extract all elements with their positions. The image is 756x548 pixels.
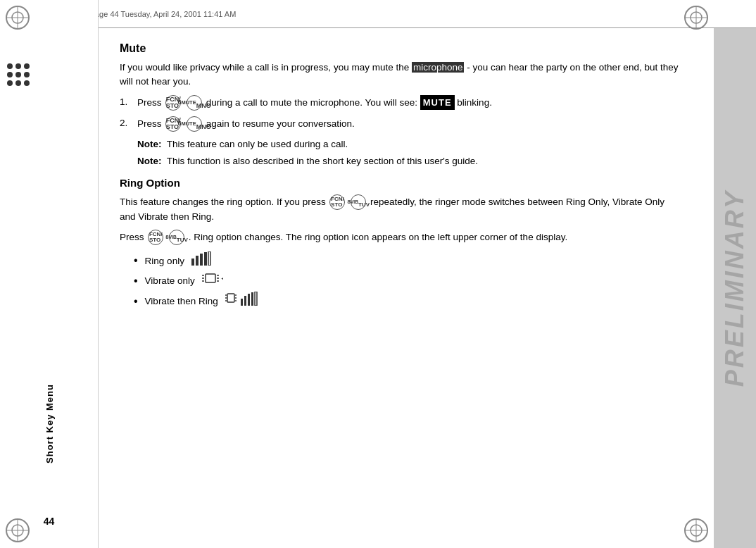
vib-tuv-button-1: 8VIBTUV — [351, 194, 366, 210]
bullet-vibrate-then-ring-label: Vibrate then Ring — [145, 293, 218, 310]
ring-option-title: Ring Option — [120, 177, 679, 189]
corner-decoration-bl — [4, 516, 32, 544]
step1-number: 1. — [120, 95, 137, 109]
corner-decoration-br — [682, 516, 710, 544]
step2-press: Press — [137, 118, 162, 128]
svg-rect-29 — [227, 294, 234, 302]
mute-title: Mute — [120, 42, 679, 55]
mute-display: MUTE — [420, 95, 455, 111]
sidebar-label: Short Key Menu — [44, 384, 55, 463]
svg-text:✦: ✦ — [220, 274, 223, 284]
step1: 1. Press FCN/STO 6MUTEMNO during a call … — [120, 95, 679, 111]
page-container: 037B75-English.book Page 44 Tuesday, Apr… — [0, 0, 756, 548]
svg-rect-16 — [191, 259, 194, 266]
vibrate-only-icon: ✦ — [202, 272, 223, 290]
note1-text: This feature can only be used during a c… — [164, 139, 348, 149]
step1-press: Press — [137, 96, 162, 107]
mute-paragraph1: If you would like privacy while a call i… — [120, 61, 679, 89]
note2-text: This function is also described in the s… — [164, 156, 478, 166]
preliminary-text: PRELIMINARY — [720, 189, 750, 387]
note1: Note: This feature can only be used duri… — [137, 137, 679, 151]
svg-rect-40 — [255, 292, 257, 306]
text-content: Mute If you would like privacy while a c… — [120, 35, 728, 312]
svg-rect-19 — [204, 252, 207, 266]
ro-p2-end: . Ring option changes. The ring option i… — [189, 232, 567, 242]
fcn-sto-button-4: FCN/STO — [148, 230, 163, 245]
main-content: PRELIMINARY Mute If you would like priva… — [99, 0, 756, 548]
ro-p2-press: Press — [120, 232, 144, 242]
step2: 2. Press FCN/STO 6MUTEMNO again to resum… — [120, 116, 679, 132]
note2-label: Note: — [137, 156, 162, 166]
ring-option-paragraph2: Press FCN/STO 8VIBTUV . Ring option chan… — [120, 230, 679, 245]
left-sidebar: Short Key Menu 44 — [0, 0, 99, 548]
svg-rect-18 — [200, 254, 203, 266]
preliminary-watermark: PRELIMINARY — [714, 28, 756, 548]
bullet-vibrate-then-ring: Vibrate then Ring — [134, 292, 679, 312]
bullet-ring-only: Ring only — [134, 251, 679, 271]
svg-rect-38 — [248, 294, 250, 306]
svg-rect-36 — [241, 299, 243, 306]
step1-during: during a call to mute the microphone. Yo… — [206, 96, 420, 107]
svg-rect-37 — [244, 296, 246, 306]
step2-content: Press FCN/STO 6MUTEMNO again to resume y… — [137, 116, 679, 132]
svg-rect-39 — [251, 292, 253, 306]
ring-option-paragraph1: This feature changes the ring option. If… — [120, 194, 679, 224]
highlight-microphone: microphone — [412, 62, 465, 73]
ring-only-icon — [191, 251, 211, 271]
bullet-vibrate-only: Vibrate only ✦ — [134, 271, 679, 292]
step2-number: 2. — [120, 116, 137, 130]
step1-content: Press FCN/STO 6MUTEMNO during a call to … — [137, 95, 679, 111]
step2-again: again to resume your conversation. — [206, 118, 355, 128]
corner-decoration-tr — [682, 4, 710, 32]
page-number: 44 — [44, 516, 55, 527]
note2: Note: This function is also described in… — [137, 154, 679, 168]
ro-p1-start: This feature changes the ring option. If… — [120, 197, 328, 207]
corner-decoration-tl — [4, 4, 32, 32]
bullet-ring-only-label: Ring only — [145, 253, 184, 270]
fcn-sto-button-3: FCN/STO — [329, 194, 345, 210]
mute-paragraph1-text: If you would like privacy while a call i… — [120, 62, 678, 87]
bullet-vibrate-only-label: Vibrate only — [145, 273, 195, 289]
step1-blinking: blinking. — [457, 96, 492, 107]
dots-decoration — [7, 63, 30, 86]
vib-tuv-button-2: 8VIBTUV — [169, 230, 184, 245]
vibrate-then-ring-icon — [225, 292, 260, 311]
svg-rect-21 — [206, 274, 215, 282]
svg-rect-20 — [208, 251, 210, 266]
ring-option-bullets: Ring only Vibrate only — [134, 251, 679, 311]
mute-mno-button-2: 6MUTEMNO — [187, 116, 202, 132]
svg-rect-17 — [196, 256, 199, 266]
sidebar-label-container: Short Key Menu — [0, 384, 99, 463]
note1-label: Note: — [137, 139, 162, 149]
mute-mno-button-1: 6MUTEMNO — [187, 95, 202, 111]
